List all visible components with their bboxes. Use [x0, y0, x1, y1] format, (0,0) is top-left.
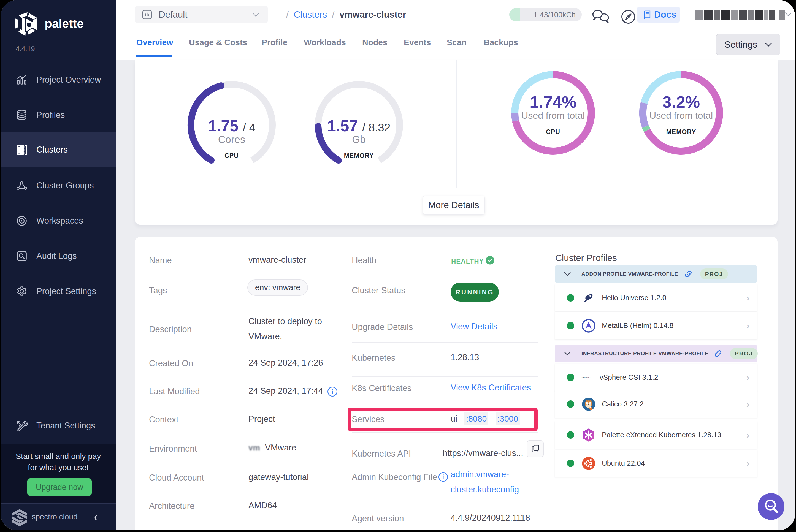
svg-text:vmware: vmware — [582, 376, 591, 379]
